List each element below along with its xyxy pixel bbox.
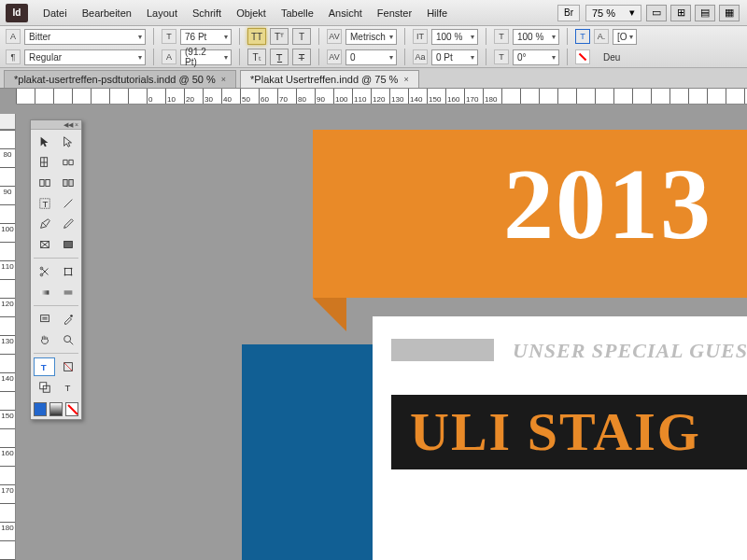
strike-button[interactable]: T̶ [292,49,311,65]
tab-doc-2[interactable]: *Plakat Usertreffen.indd @ 75 %× [240,70,419,88]
screen-mode-icon[interactable]: ⊞ [670,5,691,21]
title-text-2[interactable]: 2013 [503,147,712,262]
char-mode-icon[interactable]: A [6,29,21,44]
scaley-icon: T [494,29,509,44]
note-tool-icon[interactable] [34,310,55,329]
tab-label: *Plakat Usertreffen.indd @ 75 % [250,74,398,85]
line-tool-icon[interactable] [57,194,78,213]
menu-ansicht[interactable]: Ansicht [321,7,370,19]
horizontal-ruler[interactable]: 0102030405060708090100110120130140150160… [16,89,747,105]
svg-rect-11 [63,242,72,248]
font-size-icon: T [162,29,176,44]
swatch-row [31,399,81,419]
default-fill-stroke-icon[interactable] [34,378,55,397]
zoom-tool-icon[interactable] [57,330,78,349]
gray-bar[interactable] [391,339,494,361]
rectangle-tool-icon[interactable] [57,235,78,254]
menu-objekt[interactable]: Objekt [229,7,274,19]
scaley-dropdown[interactable]: 100 % [513,29,559,45]
fill-stroke-format-text-icon[interactable]: T [34,357,55,376]
svg-point-24 [70,315,73,317]
menu-fenster[interactable]: Fenster [370,7,419,19]
title-text-1[interactable]: USERTREF [331,130,703,142]
pen-tool-icon[interactable] [34,215,55,233]
language-dropdown[interactable]: Deu [603,52,620,63]
eyedropper-tool-icon[interactable] [57,310,78,329]
free-transform-tool-icon[interactable] [57,262,78,281]
menu-datei[interactable]: Datei [35,7,75,19]
direct-selection-tool-icon[interactable] [57,133,78,151]
zoom-dropdown[interactable]: 75 %▾ [585,5,641,21]
svg-line-26 [69,342,73,345]
tracking-dropdown[interactable]: 0 [345,49,397,65]
svg-point-25 [63,336,70,343]
para-mode-icon[interactable]: ¶ [6,49,21,64]
close-icon[interactable]: × [221,75,226,84]
view-mode-icon[interactable]: ▭ [646,5,667,21]
content-collector-icon[interactable] [34,174,55,192]
hand-tool-icon[interactable] [34,330,55,349]
svg-rect-21 [40,315,49,322]
tracking-icon: AV [327,49,342,64]
type-tool-icon[interactable]: T [34,194,55,213]
allcaps-button[interactable]: TT [247,28,266,45]
pencil-tool-icon[interactable] [57,215,78,233]
subscript-button[interactable]: Tₜ [247,49,266,65]
page-artwork: USERTREF 2013 UNSER SPECIAL GUES ULI STA… [242,130,747,560]
svg-rect-4 [68,180,72,187]
smallcaps-button[interactable]: Tᵀ [270,28,289,45]
charstyle-icon[interactable]: A. [594,29,609,44]
bridge-button[interactable]: Br [557,5,580,21]
content-placer-icon[interactable] [57,174,78,192]
svg-rect-19 [40,290,49,294]
tools-panel-header[interactable]: ◀◀ × [31,120,81,130]
menu-tabelle[interactable]: Tabelle [274,7,321,19]
font-family-dropdown[interactable]: Bitter [24,29,146,45]
apply-none-icon[interactable] [65,402,78,416]
rectangle-frame-tool-icon[interactable] [34,235,55,254]
vertical-ruler[interactable]: 8090100110120130140150160170180190 [0,130,16,560]
stroke-icon[interactable] [575,49,590,64]
tools-panel[interactable]: ◀◀ × T T T [30,119,82,420]
name-text[interactable]: ULI STAIG [410,400,701,463]
menu-layout[interactable]: Layout [139,7,185,19]
scissors-tool-icon[interactable] [34,262,55,281]
kerning-dropdown[interactable]: Metrisch [345,29,397,45]
apply-color-icon[interactable] [34,402,47,416]
subtitle-text[interactable]: UNSER SPECIAL GUES [513,339,747,363]
ruler-origin[interactable] [0,114,16,130]
arrange-icon[interactable]: ▤ [695,5,715,21]
font-style-dropdown[interactable]: Regular [24,49,146,65]
font-size-dropdown[interactable]: 76 Pt [180,29,232,45]
leading-dropdown[interactable]: (91.2 Pt) [180,49,232,65]
baseline-icon: Aa [413,49,428,64]
page-tool-icon[interactable] [34,153,55,172]
skew-dropdown[interactable]: 0° [513,49,559,65]
close-icon[interactable]: × [403,75,408,84]
fill-stroke-format-container-icon[interactable] [57,357,78,376]
menu-bearbeiten[interactable]: Bearbeiten [75,7,139,19]
baseline-dropdown[interactable]: 0 Pt [431,49,478,65]
app-logo: Id [6,4,28,22]
apply-gradient-icon[interactable] [49,402,63,416]
selection-tool-icon[interactable] [34,133,55,151]
tab-doc-1[interactable]: *plakat-usertreffen-psdtutorials.indd @ … [4,70,236,88]
superscript-button[interactable]: T [292,28,311,45]
charstyle-dropdown[interactable]: [O [613,29,637,45]
svg-rect-14 [64,269,71,275]
gap-tool-icon[interactable] [57,153,78,172]
svg-rect-2 [45,180,49,187]
menu-hilfe[interactable]: Hilfe [419,7,455,19]
svg-point-17 [63,274,65,276]
fill-icon[interactable]: T [575,29,590,44]
formatting-affects-text-icon[interactable]: T [57,378,78,397]
gradient-swatch-tool-icon[interactable] [34,283,55,301]
underline-button[interactable]: T̲ [270,49,289,65]
orange-fold [313,298,346,331]
menu-schrift[interactable]: Schrift [185,7,229,19]
canvas[interactable]: USERTREF 2013 UNSER SPECIAL GUES ULI STA… [16,130,747,560]
gradient-feather-tool-icon[interactable] [57,283,78,301]
workspace-icon[interactable]: ▦ [719,5,740,21]
scalex-dropdown[interactable]: 100 % [431,29,478,45]
zoom-value: 75 % [592,7,615,19]
